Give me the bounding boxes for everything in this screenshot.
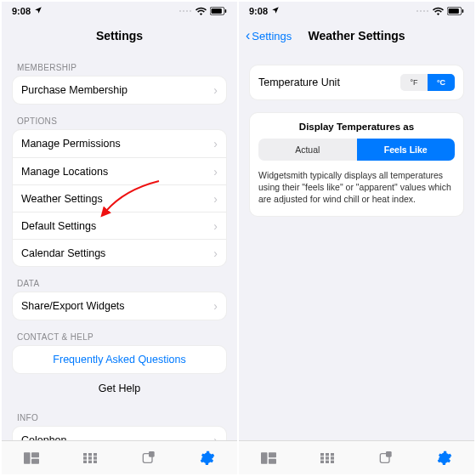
svg-rect-28: [261, 452, 268, 464]
svg-rect-14: [88, 456, 92, 459]
tab-bar: [239, 440, 474, 474]
row-label: Manage Locations: [21, 166, 108, 178]
svg-point-22: [420, 10, 422, 12]
svg-rect-16: [83, 460, 87, 462]
tab-widget-icon[interactable]: [369, 445, 403, 471]
svg-point-1: [183, 10, 184, 12]
group-info: Colophon › Acknowledgements ›: [12, 426, 227, 440]
row-weather-settings[interactable]: Weather Settings ›: [13, 184, 226, 212]
display-actual-option[interactable]: Actual: [258, 139, 357, 161]
row-label: Calendar Settings: [21, 247, 105, 259]
display-temperatures-segmented[interactable]: Actual Feels Like: [258, 139, 455, 161]
tab-widget-icon[interactable]: [132, 445, 166, 471]
svg-rect-38: [326, 460, 329, 462]
svg-rect-36: [331, 456, 334, 459]
svg-point-0: [179, 10, 181, 12]
settings-content: MEMBERSHIP Purchase Membership › OPTIONS…: [2, 51, 237, 440]
row-label: Default Settings: [21, 220, 96, 232]
chevron-right-icon: ›: [213, 246, 218, 260]
svg-point-2: [186, 10, 188, 12]
display-temperatures-box: Display Temperatures as Actual Feels Lik…: [249, 112, 464, 217]
status-bar: 9:08: [239, 2, 474, 20]
row-purchase-membership[interactable]: Purchase Membership ›: [13, 76, 226, 104]
wifi-icon: [433, 7, 444, 15]
svg-rect-10: [83, 453, 87, 456]
row-get-help[interactable]: Get Help: [12, 374, 227, 401]
battery-icon: [210, 7, 227, 15]
section-header-options: OPTIONS: [12, 105, 227, 129]
row-label: Weather Settings: [21, 193, 103, 205]
nav-bar: ‹ Settings Weather Settings: [239, 20, 474, 51]
nav-bar: Settings: [2, 20, 237, 51]
row-label: Share/Export Widgets: [21, 300, 125, 312]
row-faq[interactable]: Frequently Asked Questions: [13, 346, 226, 373]
tab-settings-icon[interactable]: [428, 445, 462, 471]
cell-signal-dots-icon: [416, 8, 429, 14]
display-feels-like-option[interactable]: Feels Like: [357, 139, 456, 161]
row-share-export[interactable]: Share/Export Widgets ›: [13, 292, 226, 320]
row-label: Colophon: [21, 434, 67, 440]
temperature-unit-row: Temperature Unit °F °C: [249, 65, 464, 100]
svg-rect-20: [149, 451, 155, 457]
temperature-unit-segmented[interactable]: °F °C: [400, 74, 455, 91]
svg-rect-35: [326, 456, 329, 459]
temperature-unit-fahrenheit[interactable]: °F: [400, 74, 428, 91]
chevron-right-icon: ›: [213, 219, 218, 233]
svg-point-23: [423, 10, 425, 12]
svg-rect-31: [320, 453, 324, 456]
tab-settings-icon[interactable]: [190, 445, 224, 471]
row-label: Purchase Membership: [21, 84, 128, 96]
wifi-icon: [196, 7, 207, 15]
svg-rect-6: [225, 9, 227, 13]
group-options: Manage Permissions › Manage Locations › …: [12, 129, 227, 267]
chevron-right-icon: ›: [213, 192, 218, 206]
svg-point-3: [190, 10, 191, 12]
location-icon: [271, 6, 280, 16]
weather-content: Temperature Unit °F °C Display Temperatu…: [239, 51, 474, 440]
display-temperatures-title: Display Temperatures as: [258, 122, 455, 132]
row-label: Manage Permissions: [21, 138, 121, 150]
row-manage-permissions[interactable]: Manage Permissions ›: [13, 130, 226, 157]
temperature-unit-celsius[interactable]: °C: [428, 74, 455, 91]
row-manage-locations[interactable]: Manage Locations ›: [13, 157, 226, 184]
page-title: Weather Settings: [308, 29, 405, 42]
svg-rect-37: [320, 460, 324, 462]
chevron-right-icon: ›: [213, 83, 218, 97]
tab-layout-icon[interactable]: [252, 445, 286, 471]
row-default-settings[interactable]: Default Settings ›: [13, 212, 226, 239]
svg-rect-15: [94, 456, 97, 459]
svg-rect-11: [88, 453, 92, 456]
section-header-data: DATA: [12, 267, 227, 292]
row-calendar-settings[interactable]: Calendar Settings ›: [13, 239, 226, 266]
svg-rect-12: [94, 453, 97, 456]
row-colophon[interactable]: Colophon ›: [13, 427, 226, 440]
chevron-right-icon: ›: [213, 137, 218, 150]
svg-rect-29: [269, 452, 276, 457]
svg-rect-39: [331, 460, 334, 462]
section-header-membership: MEMBERSHIP: [12, 51, 227, 76]
settings-screen: 9:08 Settings: [2, 2, 237, 474]
display-temperatures-description: Widgetsmith typically displays all tempe…: [258, 169, 455, 206]
status-time: 9:08: [249, 6, 268, 16]
svg-rect-9: [31, 458, 39, 463]
group-contact: Frequently Asked Questions: [12, 345, 227, 374]
svg-rect-32: [326, 453, 329, 456]
svg-rect-26: [449, 8, 459, 14]
tab-grid-icon[interactable]: [73, 445, 107, 471]
location-icon: [34, 6, 42, 16]
chevron-right-icon: ›: [213, 299, 218, 313]
cell-signal-dots-icon: [178, 8, 192, 14]
back-label: Settings: [252, 30, 292, 42]
svg-rect-7: [24, 452, 31, 464]
section-header-info: INFO: [12, 401, 227, 426]
page-title: Settings: [96, 29, 143, 42]
svg-rect-27: [462, 9, 464, 13]
chevron-left-icon: ‹: [246, 29, 250, 42]
battery-icon: [447, 7, 464, 15]
tab-grid-icon[interactable]: [310, 445, 344, 471]
svg-rect-30: [269, 458, 276, 463]
svg-rect-17: [88, 460, 92, 462]
svg-rect-18: [94, 460, 97, 462]
back-button[interactable]: ‹ Settings: [246, 29, 292, 42]
tab-layout-icon[interactable]: [14, 445, 48, 471]
